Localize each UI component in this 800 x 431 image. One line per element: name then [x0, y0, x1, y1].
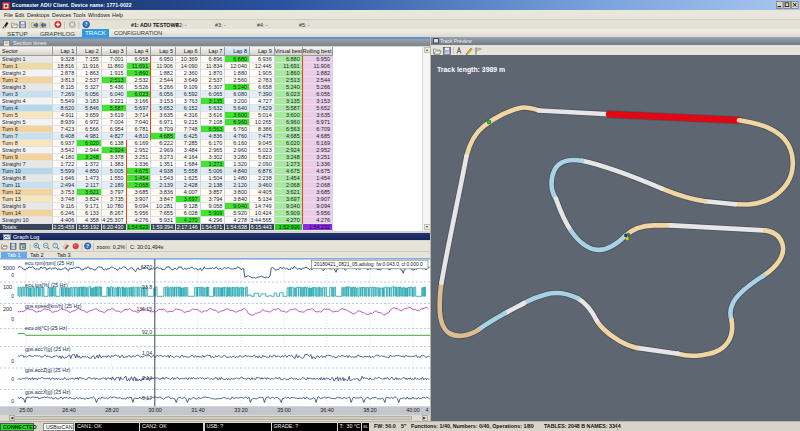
svg-text:?: ?: [54, 244, 56, 248]
svg-text:0: 0: [11, 293, 14, 299]
svg-text:25:00: 25:00: [19, 407, 33, 413]
svg-text:33:20: 33:20: [234, 407, 248, 413]
svg-text:1,04: 1,04: [142, 350, 152, 356]
svg-text:0: 0: [11, 398, 14, 404]
svg-text:30:00: 30:00: [148, 407, 162, 413]
svg-text:200: 200: [3, 306, 12, 312]
svg-text:26:40: 26:40: [62, 407, 76, 413]
svg-text:ecu.clt[°C] (25 Hz): ecu.clt[°C] (25 Hz): [25, 325, 67, 331]
svg-text:20180421_0821_05.adulog: fw:0.: 20180421_0821_05.adulog: fw:0.043.0, cl:…: [314, 262, 423, 267]
svg-text:31:40: 31:40: [191, 407, 205, 413]
svg-text:92,0: 92,0: [142, 329, 152, 335]
svg-text:0: 0: [11, 272, 14, 278]
svg-text:ecu.tps[%] (25 Hz): ecu.tps[%] (25 Hz): [25, 282, 68, 288]
svg-text:Track length: 3989 m: Track length: 3989 m: [437, 66, 505, 74]
svg-text:gps.speed[km/h] (25 Hz): gps.speed[km/h] (25 Hz): [25, 303, 82, 309]
svg-text:35:00: 35:00: [277, 407, 291, 413]
svg-text:ecu.rpm[rpm] (25 Hz): ecu.rpm[rpm] (25 Hz): [25, 260, 74, 266]
svg-text:38:20: 38:20: [363, 407, 377, 413]
svg-text:0,17: 0,17: [142, 395, 152, 401]
svg-text:136,15: 136,15: [136, 306, 152, 312]
svg-text:36:40: 36:40: [320, 407, 334, 413]
svg-text:6270: 6270: [141, 264, 152, 270]
svg-text:93,8: 93,8: [142, 284, 152, 290]
svg-text:28:20: 28:20: [105, 407, 119, 413]
svg-text:0: 0: [11, 316, 14, 322]
svg-text:100: 100: [3, 284, 12, 290]
svg-text:?: ?: [85, 21, 88, 27]
svg-text:gps.accZ[g] (25 Hz): gps.accZ[g] (25 Hz): [25, 367, 71, 373]
svg-text:?: ?: [86, 243, 89, 249]
svg-text:gps.accY[g] (25 Hz): gps.accY[g] (25 Hz): [25, 346, 71, 352]
svg-text:0: 0: [11, 358, 14, 364]
svg-text:0,14: 0,14: [142, 375, 152, 381]
svg-text:40:00: 40:00: [406, 407, 420, 413]
svg-text:5000: 5000: [3, 265, 15, 271]
svg-text:4: 4: [426, 407, 429, 413]
svg-text:0: 0: [11, 376, 14, 382]
svg-text:gps.accX[g] (25 Hz): gps.accX[g] (25 Hz): [25, 389, 71, 395]
